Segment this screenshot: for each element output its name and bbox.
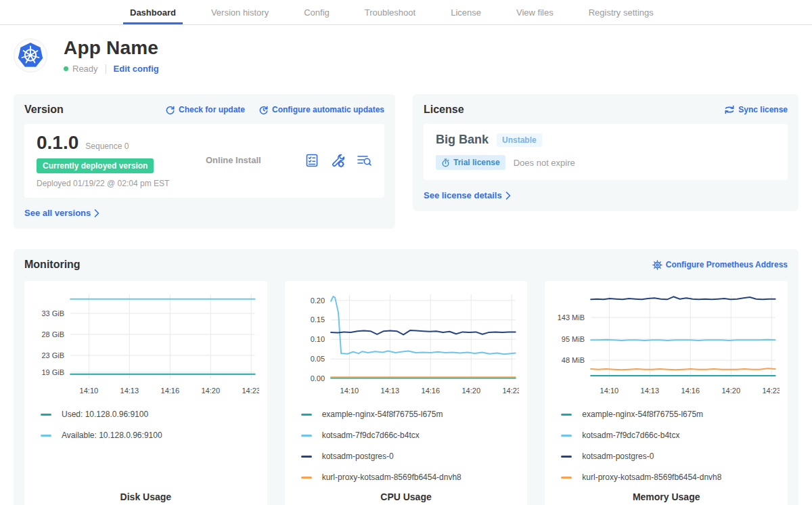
svg-text:14:23: 14:23 — [242, 387, 258, 395]
edit-config-link[interactable]: Edit config — [114, 64, 159, 74]
chart-title: Memory Usage — [553, 482, 780, 502]
see-all-versions-link[interactable]: See all versions — [24, 208, 99, 218]
legend-label: kotsadm-7f9dc7d66c-b4tcx — [322, 431, 420, 440]
svg-text:14:10: 14:10 — [80, 387, 99, 395]
chart-title: Disk Usage — [32, 482, 259, 502]
legend-item: example-nginx-54f8f76755-l675m — [561, 410, 780, 419]
svg-text:14:10: 14:10 — [600, 387, 619, 395]
legend-color-dash — [41, 414, 51, 416]
legend-label: kotsadm-postgres-0 — [322, 452, 394, 461]
nav-tab-config[interactable]: Config — [297, 0, 336, 24]
edit-config-wrench-icon[interactable] — [330, 153, 345, 168]
see-license-details-link[interactable]: See license details — [424, 190, 511, 200]
stopwatch-icon — [441, 158, 450, 167]
legend-label: example-nginx-54f8f76755-l675m — [322, 410, 443, 419]
app-header: App Name Ready Edit config — [14, 37, 798, 74]
top-nav: DashboardVersion historyConfigTroublesho… — [0, 0, 812, 25]
check-for-update-link[interactable]: Check for update — [165, 105, 245, 115]
svg-text:19 GiB: 19 GiB — [41, 368, 64, 376]
channel-badge: Unstable — [497, 133, 542, 147]
svg-text:143 MiB: 143 MiB — [558, 313, 585, 322]
svg-text:14:16: 14:16 — [421, 387, 440, 395]
deploy-logs-icon[interactable] — [356, 153, 372, 168]
chart-legend: example-nginx-54f8f76755-l675m kotsadm-7… — [293, 410, 520, 482]
svg-text:14:20: 14:20 — [461, 387, 480, 395]
install-type-label: Online Install — [199, 155, 304, 165]
legend-color-dash — [561, 435, 572, 437]
sequence-label: Sequence 0 — [85, 141, 129, 151]
svg-text:14:10: 14:10 — [340, 387, 359, 395]
legend-item: kotsadm-postgres-0 — [561, 452, 780, 461]
svg-text:14:23: 14:23 — [763, 387, 780, 395]
legend-item: kurl-proxy-kotsadm-8569fb6454-dnvh8 — [561, 473, 780, 482]
legend-item: Used: 10.128.0.96:9100 — [41, 410, 259, 419]
clock-refresh-icon — [258, 105, 269, 115]
legend-label: Used: 10.128.0.96:9100 — [62, 410, 148, 419]
version-card: Version Check for update — [14, 94, 395, 229]
svg-text:0.00: 0.00 — [310, 374, 324, 382]
legend-color-dash — [561, 414, 572, 416]
deployed-timestamp: Deployed 01/19/22 @ 02:04 pm EST — [37, 179, 199, 188]
legend-item: Available: 10.128.0.96:9100 — [41, 431, 259, 440]
legend-color-dash — [41, 435, 51, 437]
gear-icon — [652, 260, 662, 270]
nav-tab-registry-settings[interactable]: Registry settings — [582, 0, 660, 24]
legend-color-dash — [301, 435, 312, 437]
nav-tab-dashboard[interactable]: Dashboard — [123, 0, 183, 24]
svg-text:14:13: 14:13 — [120, 387, 139, 395]
svg-text:14:23: 14:23 — [502, 387, 519, 395]
nav-tab-troubleshoot[interactable]: Troubleshoot — [358, 0, 422, 24]
line-chart: 0.200.150.100.050.0014:1014:1314:1614:20… — [293, 289, 520, 400]
legend-item: example-nginx-54f8f76755-l675m — [301, 410, 520, 419]
charts-row: 33 GiB28 GiB23 GiB19 GiB14:1014:1314:161… — [24, 281, 788, 505]
configure-prometheus-link[interactable]: Configure Prometheus Address — [652, 260, 788, 270]
legend-color-dash — [301, 414, 312, 416]
app-name: App Name — [64, 37, 159, 59]
svg-text:33 GiB: 33 GiB — [41, 309, 64, 317]
license-card-title: License — [424, 104, 464, 116]
svg-text:95 MiB: 95 MiB — [562, 335, 585, 343]
svg-text:0.20: 0.20 — [310, 297, 324, 305]
license-card: License Sync license Big Bank Unstable — [413, 94, 798, 211]
legend-color-dash — [301, 477, 312, 479]
legend-item: kurl-proxy-kotsadm-8569fb6454-dnvh8 — [301, 473, 520, 482]
nav-tab-view-files[interactable]: View files — [510, 0, 560, 24]
nav-tab-version-history[interactable]: Version history — [204, 0, 275, 24]
legend-color-dash — [561, 477, 572, 479]
chart-card-cpu-usage: 0.200.150.100.050.0014:1014:1314:1614:20… — [285, 281, 528, 505]
chevron-right-icon — [505, 192, 511, 200]
monitoring-section: Monitoring Configure Prometheus Address … — [14, 249, 798, 505]
monitoring-title: Monitoring — [24, 259, 81, 271]
svg-text:23 GiB: 23 GiB — [41, 351, 64, 359]
legend-color-dash — [561, 456, 572, 458]
currently-deployed-badge: Currently deployed version — [37, 158, 154, 173]
chart-legend: Used: 10.128.0.96:9100 Available: 10.128… — [32, 410, 259, 440]
kubernetes-icon — [16, 41, 45, 70]
nav-tab-license[interactable]: License — [444, 0, 488, 24]
svg-text:14:16: 14:16 — [681, 387, 700, 395]
app-avatar — [14, 39, 47, 72]
line-chart: 33 GiB28 GiB23 GiB19 GiB14:1014:1314:161… — [32, 289, 259, 400]
chart-card-memory-usage: 143 MiB95 MiB48 MiB14:1014:1314:1614:201… — [545, 281, 788, 505]
legend-label: Available: 10.128.0.96:9100 — [62, 431, 162, 440]
app-status: Ready — [72, 64, 98, 74]
legend-label: kotsadm-7f9dc7d66c-b4tcx — [582, 431, 679, 440]
legend-item: kotsadm-postgres-0 — [301, 452, 520, 461]
legend-label: kotsadm-postgres-0 — [582, 452, 654, 461]
svg-text:28 GiB: 28 GiB — [41, 330, 64, 338]
svg-text:14:20: 14:20 — [722, 387, 741, 395]
refresh-icon — [165, 105, 175, 115]
version-card-title: Version — [24, 104, 64, 116]
sync-license-link[interactable]: Sync license — [724, 105, 788, 114]
divider — [106, 64, 106, 74]
configure-automatic-updates-link[interactable]: Configure automatic updates — [258, 105, 384, 115]
chart-title: CPU Usage — [293, 482, 520, 502]
chart-legend: example-nginx-54f8f76755-l675m kotsadm-7… — [553, 410, 780, 482]
license-type-badge: Trial license — [436, 155, 505, 170]
status-dot — [64, 66, 68, 71]
svg-text:14:13: 14:13 — [380, 387, 399, 395]
chart-card-disk-usage: 33 GiB28 GiB23 GiB19 GiB14:1014:1314:161… — [24, 281, 267, 505]
svg-text:48 MiB: 48 MiB — [562, 356, 585, 364]
svg-text:14:16: 14:16 — [161, 387, 180, 395]
preflight-checks-icon[interactable] — [304, 153, 319, 168]
